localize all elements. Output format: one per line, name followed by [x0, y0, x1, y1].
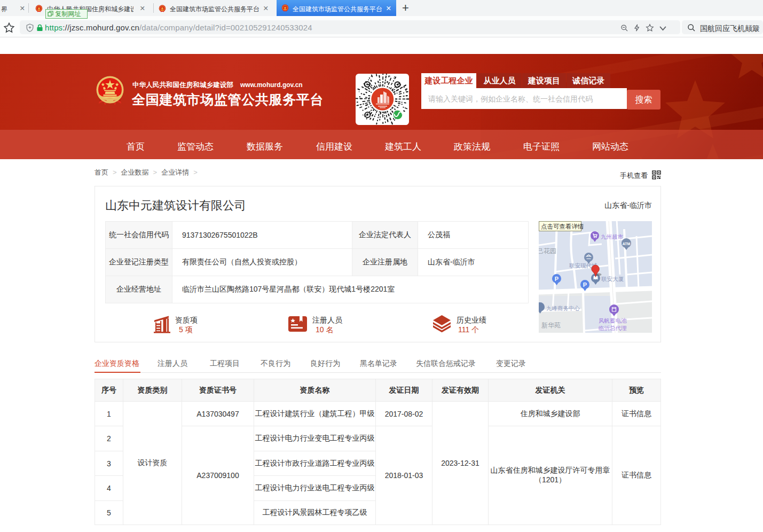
svg-text:联安大厦: 联安大厦 [601, 276, 624, 282]
svg-text:P: P [555, 276, 559, 282]
svg-text:临沂总代理: 临沂总代理 [599, 325, 627, 331]
svg-text:己花园: 己花园 [539, 247, 556, 255]
svg-text:九州超市: 九州超市 [601, 233, 624, 240]
svg-text:点击可查看详情: 点击可查看详情 [541, 223, 584, 230]
svg-text:新华苑: 新华苑 [541, 322, 561, 329]
svg-text:风帆蓄电池: 风帆蓄电池 [599, 317, 627, 324]
svg-text:九峰商务中心: 九峰商务中心 [546, 305, 580, 311]
svg-text:ATM: ATM [623, 242, 631, 246]
svg-text:P: P [583, 281, 587, 288]
